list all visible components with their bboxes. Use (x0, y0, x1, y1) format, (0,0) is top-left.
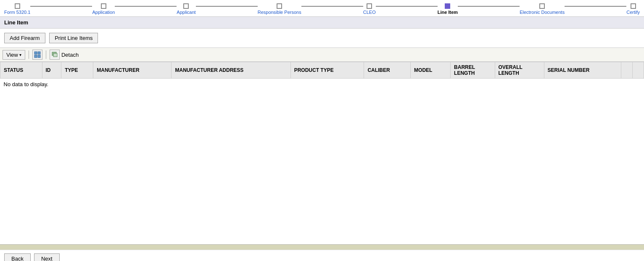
wizard-connector-0 (30, 6, 92, 7)
wizard-step-applicant[interactable]: Applicant (177, 3, 195, 15)
wizard-connector-6 (565, 6, 626, 7)
step-label-cleo: CLEO (363, 10, 376, 15)
col-header-barrel-length: BARRELLENGTH (451, 62, 495, 79)
step-dot-application (101, 3, 106, 9)
step-label-application: Application (92, 10, 115, 15)
back-label-rest: ack (15, 256, 24, 261)
view-dropdown-arrow-icon: ▾ (19, 53, 21, 57)
wizard-step-cleo[interactable]: CLEO (363, 3, 376, 15)
wizard-connector-1 (115, 6, 177, 7)
svg-rect-5 (53, 53, 57, 57)
view-label: View (6, 52, 18, 58)
line-items-table: STATUS ID TYPE MANUFACTURER MANUFACTURER… (0, 62, 644, 90)
col-header-serial-number: SERIAL NUMBER (544, 62, 621, 79)
wizard-step-application[interactable]: Application (92, 3, 115, 15)
toolbar: Add Firearm Print Line Items (0, 29, 644, 48)
view-button[interactable]: View ▾ (3, 50, 25, 60)
wizard-step-edocs[interactable]: Electronic Documents (520, 3, 565, 15)
next-label-rest: ext (45, 256, 52, 261)
table-toolbar: View ▾ Detach (0, 48, 644, 62)
wizard-step-form5320[interactable]: Form 5320.1 (4, 3, 30, 15)
next-button[interactable]: Next (34, 253, 60, 261)
step-dot-form5320 (15, 3, 20, 9)
wizard-connector-3 (301, 6, 363, 7)
svg-rect-3 (38, 55, 40, 58)
wizard-step-lineitem[interactable]: Line Item (438, 3, 458, 15)
section-title: Line Item (4, 19, 28, 26)
step-dot-lineitem (445, 3, 450, 9)
wizard-connector-2 (196, 6, 258, 7)
svg-rect-2 (34, 55, 37, 58)
col-header-action1 (621, 62, 633, 79)
col-header-action2 (633, 62, 644, 79)
step-label-lineitem: Line Item (438, 10, 458, 15)
step-dot-applicant (183, 3, 189, 9)
step-label-responsible: Responsible Persons (258, 10, 301, 15)
export-icon[interactable] (32, 50, 42, 60)
col-header-manufacturer-address: MANUFACTURER ADDRESS (172, 62, 290, 79)
step-dot-certify (631, 3, 636, 9)
step-label-applicant: Applicant (177, 10, 195, 15)
svg-rect-0 (34, 52, 37, 54)
step-label-edocs: Electronic Documents (520, 10, 565, 15)
no-data-row: No data to display. (0, 79, 644, 90)
toolbar-separator (29, 50, 29, 59)
table-header-row: STATUS ID TYPE MANUFACTURER MANUFACTURER… (0, 62, 644, 79)
step-dot-cleo (367, 3, 372, 9)
col-header-overall-length: OVERALLLENGTH (495, 62, 544, 79)
col-header-manufacturer: MANUFACTURER (93, 62, 172, 79)
table-body: No data to display. (0, 79, 644, 90)
back-button[interactable]: Back (4, 253, 31, 261)
step-label-form5320: Form 5320.1 (4, 10, 30, 15)
wizard-nav: Form 5320.1ApplicationApplicantResponsib… (0, 0, 644, 17)
step-label-certify: Certify (626, 10, 640, 15)
col-header-model: MODEL (411, 62, 451, 79)
bottom-nav: Back Next (0, 250, 644, 261)
wizard-connector-4 (376, 6, 438, 7)
wizard-connector-5 (458, 6, 520, 7)
next-underline: N (41, 256, 45, 261)
table-header: STATUS ID TYPE MANUFACTURER MANUFACTURER… (0, 62, 644, 79)
section-header: Line Item (0, 17, 644, 29)
wizard-step-certify[interactable]: Certify (626, 3, 640, 15)
detach-icon[interactable] (50, 50, 60, 60)
no-data-message: No data to display. (0, 79, 644, 90)
col-header-type: TYPE (61, 62, 93, 79)
print-line-items-button[interactable]: Print Line Items (49, 33, 98, 43)
footer-bar (0, 244, 644, 250)
col-header-product-type: PRODUCT TYPE (290, 62, 364, 79)
data-table-wrapper: STATUS ID TYPE MANUFACTURER MANUFACTURER… (0, 62, 644, 244)
back-underline: B (11, 256, 15, 261)
main-content: View ▾ Detach STAT (0, 48, 644, 250)
detach-label[interactable]: Detach (61, 52, 79, 58)
col-header-caliber: CALIBER (364, 62, 411, 79)
add-firearm-button[interactable]: Add Firearm (4, 33, 45, 43)
wizard-step-responsible[interactable]: Responsible Persons (258, 3, 301, 15)
toolbar-separator2 (46, 50, 46, 59)
svg-rect-1 (38, 52, 40, 54)
step-dot-edocs (539, 3, 545, 9)
step-dot-responsible (277, 3, 282, 9)
col-header-status: STATUS (0, 62, 42, 79)
col-header-id: ID (42, 62, 61, 79)
